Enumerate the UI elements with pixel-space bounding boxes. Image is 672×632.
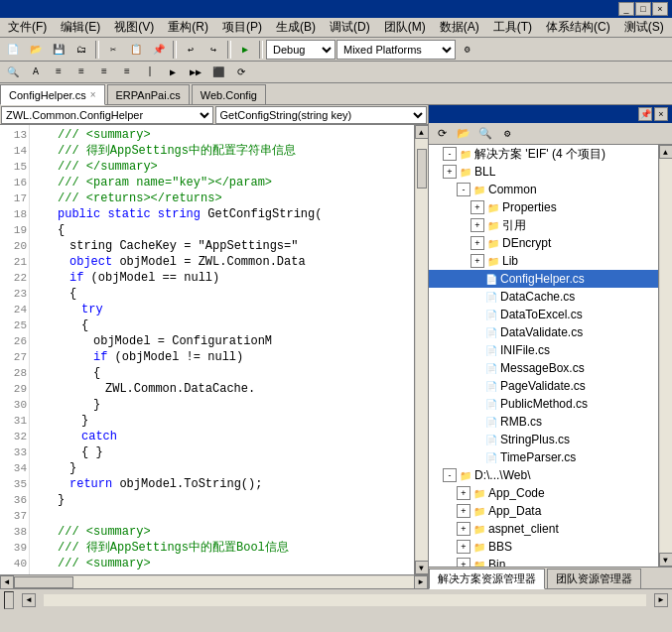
menu-item-m[interactable]: 团队(M) [378,17,432,38]
tree-item-rmb[interactable]: 📄RMB.cs [429,413,658,431]
tree-item-dencrypt[interactable]: +📁DEncrypt [429,234,658,252]
tree-toggle-bin[interactable]: + [457,558,470,567]
tree-toggle-aspnet_client[interactable]: + [457,522,470,536]
tree-item-solution[interactable]: -📁解决方案 'EIF' (4 个项目) [429,145,658,163]
zoom-track[interactable] [44,594,646,606]
tree-item-inifile[interactable]: 📄INIFile.cs [429,341,658,359]
open-button[interactable]: 📂 [25,40,47,60]
tb2-btn2[interactable]: A [25,63,47,82]
tb2-btn1[interactable]: 🔍 [2,63,24,82]
cut-button[interactable]: ✂ [102,40,124,60]
se-vscroll[interactable]: ▲ ▼ [658,145,672,567]
tree-item-bbs[interactable]: +📁BBS [429,538,658,556]
tree-item-bin[interactable]: +📁Bin [429,556,658,567]
maximize-button[interactable]: □ [635,2,651,16]
tb2-btn8[interactable]: ▶ [162,63,184,82]
tree-toggle-properties[interactable]: + [470,200,484,214]
run-button[interactable]: ▶ [234,40,256,60]
tb2-btn5[interactable]: ≡ [93,63,115,82]
tree-toggle-dencrypt[interactable]: + [470,236,484,250]
se-tb4[interactable]: ⚙ [496,124,518,144]
save-all-button[interactable]: 🗂 [70,40,92,60]
se-tb3[interactable]: 🔍 [474,124,496,144]
tb2-btn11[interactable]: ⟳ [230,63,252,82]
menu-item-v[interactable]: 视图(V) [108,17,160,38]
tree-toggle-solution[interactable]: - [443,147,457,161]
tb2-btn4[interactable]: ≡ [70,63,92,82]
tree-item-lib[interactable]: +📁Lib [429,252,658,270]
menu-item-p[interactable]: 项目(P) [216,17,268,38]
tree-item-confighelper[interactable]: 📄ConfigHelper.cs [429,270,658,288]
se-vscroll-down[interactable]: ▼ [659,553,673,567]
tree-item-aspnet_client[interactable]: +📁aspnet_client [429,520,658,538]
paste-button[interactable]: 📌 [148,40,170,60]
extra-btn[interactable]: ⚙ [457,40,478,60]
tree-item-appdata[interactable]: +📁App_Data [429,502,658,520]
bottom-tab-0[interactable]: 解决方案资源管理器 [429,569,545,589]
menu-item-s[interactable]: 测试(S) [618,17,670,38]
method-dropdown[interactable]: GetConfigString(string key) [215,106,428,124]
menu-item-d[interactable]: 调试(D) [324,17,376,38]
se-tb1[interactable]: ⟳ [431,124,453,144]
menu-item-c[interactable]: 体系结构(C) [540,17,616,38]
editor-tab-2[interactable]: Web.Config [192,84,266,104]
redo-button[interactable]: ↪ [202,40,224,60]
menu-item-f[interactable]: 文件(F) [2,17,53,38]
window-controls[interactable]: _ □ × [618,2,668,16]
tree-toggle-lib[interactable]: + [470,254,484,268]
tree-toggle-appcode[interactable]: + [457,486,470,500]
tree-toggle-web[interactable]: - [443,468,457,482]
close-button[interactable]: × [652,2,668,16]
tree-item-publicmethod[interactable]: 📄PublicMethod.cs [429,395,658,413]
tb2-btn10[interactable]: ⬛ [207,63,229,82]
vscroll-track[interactable] [416,139,428,561]
menu-item-a[interactable]: 数据(A) [434,17,485,38]
tb2-btn6[interactable]: ≡ [116,63,138,82]
tb2-btn3[interactable]: ≡ [48,63,69,82]
tree-toggle-common[interactable]: - [457,183,470,196]
se-vscroll-track[interactable] [660,159,672,553]
tree-item-datatoexcel[interactable]: 📄DataToExcel.cs [429,306,658,323]
new-button[interactable]: 📄 [2,40,24,60]
hscroll-track[interactable] [14,576,414,588]
tree-toggle-bbs[interactable]: + [457,540,470,554]
tree-item-common[interactable]: -📁Common [429,181,658,198]
tab-close-icon[interactable]: × [90,89,96,100]
se-close-button[interactable]: × [654,107,668,121]
tree-item-appcode[interactable]: +📁App_Code [429,484,658,502]
tree-item-datacache[interactable]: 📄DataCache.cs [429,288,658,306]
vscroll-up-btn[interactable]: ▲ [415,125,429,139]
tree-item-timeparser[interactable]: 📄TimeParser.cs [429,448,658,466]
tree-item-datavalidate[interactable]: 📄DataValidate.cs [429,323,658,341]
hscroll-left-btn[interactable]: ◄ [0,575,14,589]
tree-toggle-ref[interactable]: + [470,218,484,232]
hscroll-right-btn[interactable]: ► [414,575,428,589]
tree-item-messagebox[interactable]: 📄MessageBox.cs [429,359,658,377]
tree-item-properties[interactable]: +📁Properties [429,198,658,216]
menu-item-r[interactable]: 重构(R) [162,17,214,38]
platform-dropdown[interactable]: Mixed Platforms [336,40,456,60]
copy-button[interactable]: 📋 [125,40,147,60]
debug-mode-dropdown[interactable]: Debug [266,40,336,60]
save-button[interactable]: 💾 [48,40,69,60]
menu-item-t[interactable]: 工具(T) [487,17,538,38]
tree-item-bll[interactable]: +📁BLL [429,163,658,181]
undo-button[interactable]: ↩ [180,40,202,60]
tree-item-web[interactable]: -📁D:\...\Web\ [429,466,658,484]
code-hscroll[interactable]: ◄ ► [0,574,428,588]
code-text[interactable]: /// <summary>/// 得到AppSettings中的配置字符串信息/… [30,125,414,574]
se-pin-button[interactable]: 📌 [638,107,652,121]
menu-item-e[interactable]: 编辑(E) [55,17,106,38]
editor-tab-0[interactable]: ConfigHelper.cs× [0,84,105,105]
tree-item-stringplus[interactable]: 📄StringPlus.cs [429,431,658,448]
se-title-buttons[interactable]: 📌 × [638,107,668,121]
tb2-btn9[interactable]: ▶▶ [185,63,206,82]
code-vscroll[interactable]: ▲ ▼ [414,125,428,574]
menu-item-b[interactable]: 生成(B) [270,17,322,38]
minimize-button[interactable]: _ [618,2,634,16]
tree-item-pagevalidate[interactable]: 📄PageValidate.cs [429,377,658,395]
se-tb2[interactable]: 📂 [453,124,474,144]
bottom-tab-1[interactable]: 团队资源管理器 [547,569,641,588]
zoom-left-btn[interactable]: ◄ [22,593,36,607]
zoom-right-btn[interactable]: ► [654,593,668,607]
